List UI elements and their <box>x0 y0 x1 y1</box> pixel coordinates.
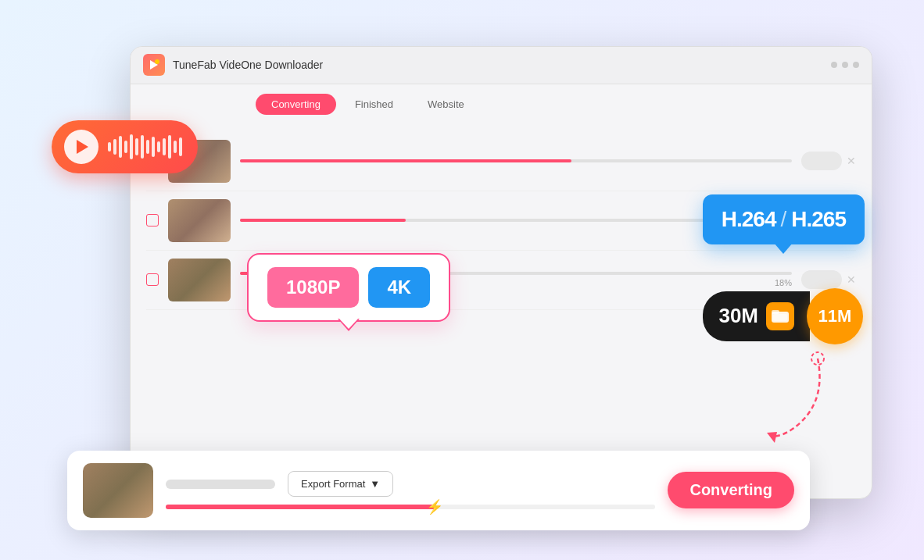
action-btn-3[interactable] <box>801 270 842 289</box>
close-icon-1[interactable]: ✕ <box>847 155 856 167</box>
card-content: Export Format ▼ ⚡ <box>166 471 655 509</box>
row-actions-3: ✕ <box>801 270 856 289</box>
tab-finished[interactable]: Finished <box>339 94 409 115</box>
play-icon <box>77 140 88 154</box>
window-dot-3 <box>853 62 859 68</box>
progress-area-1 <box>240 159 792 162</box>
svg-rect-3 <box>773 314 787 321</box>
waveform-bar <box>108 142 111 152</box>
waveform-bar <box>124 141 127 153</box>
svg-rect-2 <box>772 310 779 314</box>
waveform-bar <box>168 135 171 159</box>
progress-bar-fill-1 <box>240 159 571 162</box>
resolution-4k[interactable]: 4K <box>368 267 430 308</box>
converting-card: Export Format ▼ ⚡ Converting <box>67 451 810 530</box>
converting-button[interactable]: Converting <box>668 472 794 508</box>
waveform-bar <box>130 134 133 159</box>
svg-marker-5 <box>767 432 777 443</box>
codec-h265: H.265 <box>791 207 846 232</box>
filesize-30m: 30M <box>718 304 758 328</box>
waveform-bar <box>174 141 177 153</box>
dropdown-arrow-icon: ▼ <box>370 478 380 490</box>
waveform-bar <box>113 139 116 155</box>
action-btn-1[interactable] <box>801 152 842 170</box>
window-controls <box>831 62 859 68</box>
audio-badge <box>52 120 198 173</box>
export-format-button[interactable]: Export Format ▼ <box>288 471 393 497</box>
resolution-1080p[interactable]: 1080P <box>267 267 359 308</box>
title-bar: TuneFab VideOne Downloader <box>131 47 872 84</box>
waveform-bar <box>119 136 122 158</box>
waveform-bar <box>141 135 144 159</box>
card-thumbnail <box>83 463 153 518</box>
codec-badge: H.264 / H.265 <box>703 194 865 244</box>
tab-bar: Converting Finished Website <box>131 84 872 124</box>
filesize-badge: 30M 11M <box>703 288 863 344</box>
card-progress-bar: ⚡ <box>166 505 655 509</box>
card-progress-fill <box>166 505 435 509</box>
video-thumbnail-2 <box>168 199 231 242</box>
progress-bar-bg-1 <box>240 159 792 162</box>
tab-converting[interactable]: Converting <box>256 94 336 115</box>
card-title-bar: Export Format ▼ <box>166 471 655 497</box>
codec-h264: H.264 <box>722 207 776 232</box>
lightning-icon: ⚡ <box>426 498 443 515</box>
waveform-bar <box>157 141 160 152</box>
waveform-bar <box>152 137 155 157</box>
table-row: ✕ <box>146 132 856 191</box>
filesize-primary: 30M <box>703 291 810 341</box>
filesize-secondary: 11M <box>807 288 863 344</box>
window-dot-2 <box>842 62 848 68</box>
title-placeholder <box>166 480 275 489</box>
play-button[interactable] <box>64 130 98 164</box>
resolution-badge: 1080P 4K <box>247 253 450 322</box>
row-actions-1: ✕ <box>801 152 856 170</box>
app-title: TuneFab VideOne Downloader <box>173 59 823 71</box>
row-checkbox-2[interactable] <box>146 214 159 226</box>
waveform-bar <box>135 138 138 155</box>
arrow-dashed <box>755 351 833 448</box>
waveform <box>108 133 182 161</box>
progress-bar-fill-2 <box>240 219 406 222</box>
video-thumbnail-3 <box>168 259 231 301</box>
row-checkbox-3[interactable] <box>146 273 159 286</box>
waveform-bar <box>179 137 182 156</box>
tab-website[interactable]: Website <box>412 94 480 115</box>
app-logo <box>143 54 165 76</box>
codec-divider: / <box>781 207 787 232</box>
close-icon-3[interactable]: ✕ <box>847 273 856 286</box>
svg-point-0 <box>155 59 159 64</box>
waveform-bar <box>163 138 166 155</box>
waveform-bar <box>146 140 149 154</box>
window-dot-1 <box>831 62 837 68</box>
folder-icon <box>766 302 794 330</box>
export-format-label: Export Format <box>301 478 365 490</box>
